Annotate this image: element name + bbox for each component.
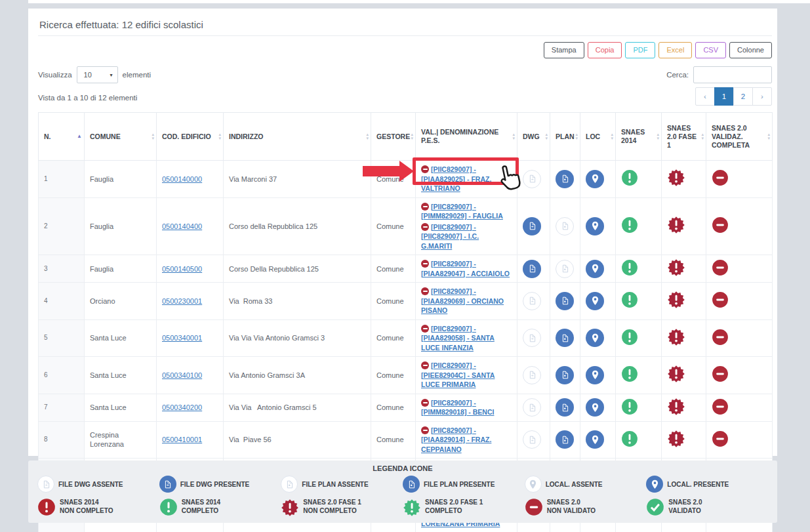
column-header-n[interactable]: N.▲ bbox=[39, 113, 85, 161]
plan-cell bbox=[550, 319, 580, 357]
snaes-20-non_validato-icon bbox=[712, 329, 730, 347]
csv-button[interactable]: CSV bbox=[695, 42, 726, 58]
pagination-page-1[interactable]: 1 bbox=[714, 87, 734, 106]
loc-present-icon[interactable] bbox=[586, 292, 604, 310]
snaes-2014-cell bbox=[616, 357, 662, 394]
plan-present-icon[interactable] bbox=[556, 292, 574, 310]
snaes-2014-completo-icon bbox=[159, 497, 178, 516]
snaes-2014-cell bbox=[616, 319, 662, 357]
pes-link[interactable]: [PIIC829007] - [PIAA829069] - ORCIANO PI… bbox=[421, 287, 504, 314]
legend-item-file-plan-present: FILE PLAN PRESENTE bbox=[403, 476, 525, 493]
search-label: Cerca: bbox=[666, 71, 689, 79]
copia-button[interactable]: Copia bbox=[588, 42, 622, 58]
plan-present-icon[interactable] bbox=[556, 329, 574, 347]
snaes-20-validaz-cell bbox=[706, 319, 773, 357]
indirizzo-cell: Via Marconi 37 bbox=[224, 161, 371, 198]
legend-label: SNAES 2014COMPLETO bbox=[182, 498, 220, 515]
pagination-prev-button[interactable]: ‹ bbox=[695, 87, 715, 106]
pes-link[interactable]: [PIIC829007] - [PIAA829025] - FRAZ. VALT… bbox=[421, 165, 491, 192]
plan-present-icon[interactable] bbox=[556, 366, 574, 384]
legend-item-loc-absent: LOCAL. ASSENTE bbox=[525, 476, 647, 493]
table-row: 7Santa Luce0500340200Via Via Antonio Gra… bbox=[39, 394, 773, 421]
legend-label: SNAES 2.0 FASE 1NON COMPLETO bbox=[303, 498, 361, 515]
pagination-next-button[interactable]: › bbox=[752, 87, 772, 106]
dwg-absent-icon bbox=[523, 366, 541, 384]
snaes-20-fase1-cell bbox=[662, 319, 706, 357]
loc-present-icon[interactable] bbox=[586, 260, 604, 278]
snaes-20-fase1-non_completo-icon bbox=[667, 328, 685, 346]
snaes-2014-cell bbox=[616, 161, 662, 198]
export-toolbar: StampaCopiaPDFExcelCSVColonne bbox=[38, 42, 772, 58]
pes-link[interactable]: [PIIC829007] - [PIAA829058] - SANTA LUCE… bbox=[421, 325, 495, 352]
column-header-dwg[interactable]: DWG▴▾ bbox=[517, 113, 550, 161]
pdf-button[interactable]: PDF bbox=[625, 42, 655, 58]
edificio-code-link[interactable]: 0500340100 bbox=[162, 371, 202, 379]
loc-present-icon[interactable] bbox=[586, 398, 604, 417]
column-header-fase1[interactable]: SNAES 2.0 FASE 1▴▾ bbox=[662, 113, 706, 161]
pes-link[interactable]: [PIIC829007] - [PIAA829014] - FRAZ. CEPP… bbox=[421, 426, 491, 453]
table-info: Vista da 1 a 10 di 12 elementi bbox=[38, 94, 137, 106]
loc-cell bbox=[580, 394, 616, 421]
length-label-before: Visualizza bbox=[38, 71, 72, 79]
edificio-code-link[interactable]: 0500230001 bbox=[162, 297, 202, 305]
column-header-snaes2014[interactable]: SNAES 2014▴▾ bbox=[616, 113, 662, 161]
snaes-20-fase1-cell bbox=[662, 283, 706, 320]
codice-cell: 0500230001 bbox=[157, 283, 224, 320]
pes-cell: [PIIC829007] - [PIAA829047] - ACCIAIOLO bbox=[416, 255, 517, 283]
edificio-code-link[interactable]: 0500340001 bbox=[162, 334, 202, 342]
pes-link[interactable]: [PIIC829007] - [PIEE82904C] - SANTA LUCE… bbox=[421, 361, 495, 388]
edificio-code-link[interactable]: 0500140000 bbox=[162, 175, 202, 183]
codice-cell: 0500140000 bbox=[157, 161, 224, 198]
dwg-present-icon[interactable] bbox=[523, 260, 541, 278]
comune-cell: Fauglia bbox=[85, 161, 157, 198]
column-header-gestore[interactable]: GESTORE▴▾ bbox=[371, 113, 416, 161]
edificio-code-link[interactable]: 0500410001 bbox=[162, 436, 202, 443]
codice-cell: 0500140400 bbox=[157, 197, 224, 255]
plan-cell bbox=[550, 394, 580, 421]
pes-link[interactable]: [PIIC829007] - [PIMM829029] - FAUGLIA bbox=[421, 203, 503, 220]
loc-present-icon[interactable] bbox=[586, 170, 604, 188]
edificio-code-link[interactable]: 0500140500 bbox=[162, 265, 202, 273]
dwg-present-icon[interactable] bbox=[523, 217, 541, 235]
column-header-comune[interactable]: COMUNE▴▾ bbox=[85, 113, 157, 161]
legend-label: FILE DWG PRESENTE bbox=[180, 480, 250, 489]
colonne-button[interactable]: Colonne bbox=[729, 42, 772, 58]
snaes-20-fase1-cell bbox=[662, 394, 706, 421]
pes-link[interactable]: [PIIC829007] - [PIIC829007] - I.C. G.MAR… bbox=[421, 223, 479, 250]
loc-present-icon[interactable] bbox=[586, 329, 604, 347]
edificio-code-link[interactable]: 0500340200 bbox=[162, 403, 202, 411]
snaes-2014-completo-icon bbox=[621, 329, 639, 347]
pagination-page-2[interactable]: 2 bbox=[733, 87, 753, 106]
column-header-pes[interactable]: VAL.| DENOMINAZIONE P.E.S.▴▾ bbox=[416, 113, 517, 161]
loc-present-icon[interactable] bbox=[586, 366, 604, 384]
legend-item-file-plan-absent: FILE PLAN ASSENTE bbox=[281, 476, 403, 493]
plan-present-icon[interactable] bbox=[556, 398, 574, 417]
codice-cell: 0500140500 bbox=[157, 255, 224, 283]
column-header-codice[interactable]: COD. EDIFICIO▴▾ bbox=[157, 113, 224, 161]
stampa-button[interactable]: Stampa bbox=[544, 42, 584, 58]
column-header-plan[interactable]: PLAN▴▾ bbox=[550, 113, 580, 161]
plan-cell bbox=[550, 197, 580, 255]
length-select[interactable]: 10 ▾ bbox=[77, 66, 118, 83]
dwg-cell bbox=[517, 161, 550, 198]
codice-cell: 0500340100 bbox=[157, 357, 224, 394]
column-header-loc[interactable]: LOC▴▾ bbox=[580, 113, 616, 161]
loc-present-icon[interactable] bbox=[586, 217, 604, 235]
pes-link[interactable]: [PIIC829007] - [PIMM829018] - BENCI bbox=[421, 399, 494, 417]
plan-cell bbox=[550, 283, 580, 320]
plan-present-icon[interactable] bbox=[556, 430, 574, 449]
sort-icon: ▴▾ bbox=[366, 133, 369, 140]
sort-icon: ▴▾ bbox=[152, 133, 154, 140]
plan-present-icon[interactable] bbox=[556, 170, 574, 188]
loc-present-icon[interactable] bbox=[586, 430, 604, 449]
column-header-indirizzo[interactable]: INDIRIZZO▴▾ bbox=[224, 113, 371, 161]
column-header-validaz[interactable]: SNAES 2.0 VALIDAZ. COMPLETA▴▾ bbox=[706, 113, 773, 161]
snaes-20-validaz-cell bbox=[706, 197, 773, 255]
sort-icon: ▴▾ bbox=[545, 133, 548, 140]
edificio-code-link[interactable]: 0500140400 bbox=[162, 222, 202, 230]
comune-cell: Fauglia bbox=[85, 255, 157, 283]
pes-link[interactable]: [PIIC829007] - [PIAA829047] - ACCIAIOLO bbox=[421, 260, 510, 277]
search-input[interactable] bbox=[693, 66, 772, 83]
codice-cell: 0500340200 bbox=[157, 394, 224, 421]
excel-button[interactable]: Excel bbox=[658, 42, 692, 58]
